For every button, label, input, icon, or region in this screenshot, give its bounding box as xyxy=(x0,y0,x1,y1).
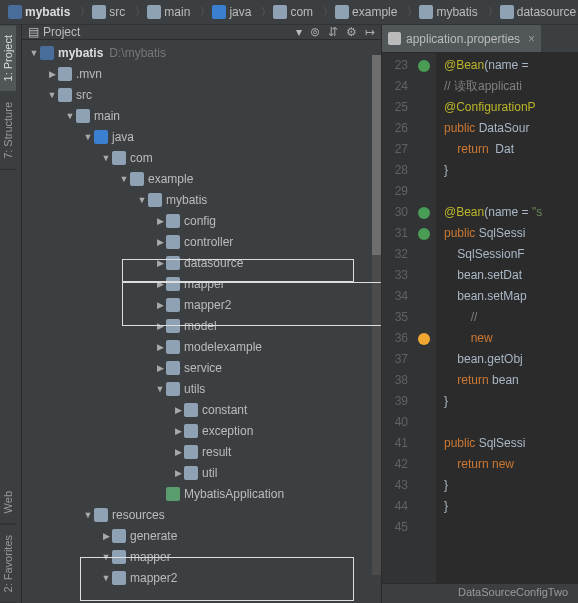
tree-node-mapper[interactable]: ▶mapper xyxy=(22,273,381,294)
chevron-right-icon[interactable]: ▶ xyxy=(172,447,184,457)
chevron-down-icon[interactable]: ▼ xyxy=(46,90,58,100)
tree-node-controller[interactable]: ▶controller xyxy=(22,231,381,252)
tree-scrollbar[interactable] xyxy=(372,55,382,575)
tree-node-src[interactable]: ▼src xyxy=(22,84,381,105)
locate-icon[interactable]: ⊚ xyxy=(310,25,320,39)
tree-node-example[interactable]: ▼example xyxy=(22,168,381,189)
chevron-down-icon[interactable]: ▼ xyxy=(100,573,112,583)
folder-icon xyxy=(166,256,180,270)
tree-node-mapper[interactable]: ▼mapper xyxy=(22,546,381,567)
chevron-down-icon[interactable]: ▼ xyxy=(28,48,40,58)
line-number: 42 xyxy=(382,454,408,475)
tree-node-utils[interactable]: ▼utils xyxy=(22,378,381,399)
code-line: @Bean(name = xyxy=(444,55,578,76)
tree-node-constant[interactable]: ▶constant xyxy=(22,399,381,420)
chevron-down-icon[interactable]: ▼ xyxy=(154,384,166,394)
vtab-web[interactable]: Web xyxy=(0,481,16,524)
project-toolbar-title[interactable]: Project xyxy=(43,25,296,39)
chevron-right-icon[interactable]: ▶ xyxy=(172,405,184,415)
chevron-right-icon[interactable]: ▶ xyxy=(172,426,184,436)
chevron-down-icon[interactable]: ▼ xyxy=(118,174,130,184)
gutter-slot xyxy=(412,76,436,97)
chevron-right-icon[interactable]: ▶ xyxy=(172,468,184,478)
line-number: 36 xyxy=(382,328,408,349)
tree-node-mapper2[interactable]: ▼mapper2 xyxy=(22,567,381,588)
crumb-java[interactable]: 〉java xyxy=(194,3,255,21)
crumb-mybatis[interactable]: mybatis xyxy=(4,3,74,21)
code-area[interactable]: @Bean(name = // 读取applicati@Configuratio… xyxy=(436,53,578,583)
vtab-structure[interactable]: 7: Structure xyxy=(0,92,16,170)
chevron-right-icon[interactable]: ▶ xyxy=(154,216,166,226)
tree-label: mapper2 xyxy=(184,298,231,312)
gutter-slot xyxy=(412,517,436,538)
chevron-down-icon[interactable]: ▼ xyxy=(100,552,112,562)
hide-icon[interactable]: ↦ xyxy=(365,25,375,39)
line-number: 40 xyxy=(382,412,408,433)
tree-node-util[interactable]: ▶util xyxy=(22,462,381,483)
crumb-main[interactable]: 〉main xyxy=(129,3,194,21)
run-icon[interactable] xyxy=(418,228,430,240)
dropdown-icon[interactable]: ▾ xyxy=(296,25,302,39)
line-number: 27 xyxy=(382,139,408,160)
tree-node-datasource[interactable]: ▶datasource xyxy=(22,252,381,273)
tree-node-resources[interactable]: ▼resources xyxy=(22,504,381,525)
folder-icon xyxy=(166,361,180,375)
run-icon[interactable] xyxy=(418,60,430,72)
chevron-right-icon[interactable]: ▶ xyxy=(154,279,166,289)
chevron-right-icon[interactable]: ▶ xyxy=(154,237,166,247)
tree-node-main[interactable]: ▼main xyxy=(22,105,381,126)
line-number: 31 xyxy=(382,223,408,244)
chevron-right-icon[interactable]: ▶ xyxy=(154,363,166,373)
editor-body[interactable]: 2324252627282930313233343536373839404142… xyxy=(382,53,578,583)
chevron-down-icon[interactable]: ▼ xyxy=(82,510,94,520)
chevron-down-icon[interactable]: ▼ xyxy=(136,195,148,205)
crumb-label: mybatis xyxy=(25,5,70,19)
chevron-down-icon[interactable]: ▼ xyxy=(100,153,112,163)
tree-node-config[interactable]: ▶config xyxy=(22,210,381,231)
chevron-down-icon[interactable]: ▼ xyxy=(64,111,76,121)
tree-label: .mvn xyxy=(76,67,102,81)
crumb-example[interactable]: 〉example xyxy=(317,3,401,21)
chevron-right-icon[interactable]: ▶ xyxy=(154,300,166,310)
tree-node-result[interactable]: ▶result xyxy=(22,441,381,462)
tree-label: result xyxy=(202,445,231,459)
chevron-right-icon[interactable]: ▶ xyxy=(100,531,112,541)
collapse-icon[interactable]: ⇵ xyxy=(328,25,338,39)
folder-icon xyxy=(166,298,180,312)
tree-node-exception[interactable]: ▶exception xyxy=(22,420,381,441)
folder-icon xyxy=(58,88,72,102)
chevron-right-icon[interactable]: ▶ xyxy=(154,321,166,331)
tree-label: model xyxy=(184,319,217,333)
chevron-right-icon[interactable]: ▶ xyxy=(46,69,58,79)
crumb-com[interactable]: 〉com xyxy=(255,3,317,21)
folder-icon xyxy=(94,508,108,522)
crumb-datasource[interactable]: 〉datasource xyxy=(482,3,578,21)
tree-node-.mvn[interactable]: ▶.mvn xyxy=(22,63,381,84)
tree-node-service[interactable]: ▶service xyxy=(22,357,381,378)
folder-icon xyxy=(212,5,226,19)
tree-node-mybatis[interactable]: ▼mybatisD:\mybatis xyxy=(22,42,381,63)
tab-application-properties[interactable]: application.properties × xyxy=(382,25,541,52)
tree-node-model[interactable]: ▶model xyxy=(22,315,381,336)
chevron-right-icon[interactable]: ▶ xyxy=(154,258,166,268)
crumb-mybatis[interactable]: 〉mybatis xyxy=(401,3,481,21)
tree-node-generate[interactable]: ▶generate xyxy=(22,525,381,546)
gear-icon[interactable]: ⚙ xyxy=(346,25,357,39)
tree-node-java[interactable]: ▼java xyxy=(22,126,381,147)
chevron-down-icon[interactable]: ▼ xyxy=(82,132,94,142)
tree-node-MybatisApplication[interactable]: MybatisApplication xyxy=(22,483,381,504)
tree-node-modelexample[interactable]: ▶modelexample xyxy=(22,336,381,357)
run-icon[interactable] xyxy=(418,207,430,219)
tree-node-mapper2[interactable]: ▶mapper2 xyxy=(22,294,381,315)
tree-node-com[interactable]: ▼com xyxy=(22,147,381,168)
vtab-favorites[interactable]: 2: Favorites xyxy=(0,525,16,603)
folder-icon xyxy=(419,5,433,19)
tree-node-mybatis[interactable]: ▼mybatis xyxy=(22,189,381,210)
close-icon[interactable]: × xyxy=(528,32,535,46)
bulb-icon[interactable] xyxy=(418,333,430,345)
scroll-thumb[interactable] xyxy=(372,55,382,255)
chevron-right-icon: 〉 xyxy=(261,5,271,19)
crumb-src[interactable]: 〉src xyxy=(74,3,129,21)
vtab-project[interactable]: 1: Project xyxy=(0,25,16,92)
chevron-right-icon[interactable]: ▶ xyxy=(154,342,166,352)
